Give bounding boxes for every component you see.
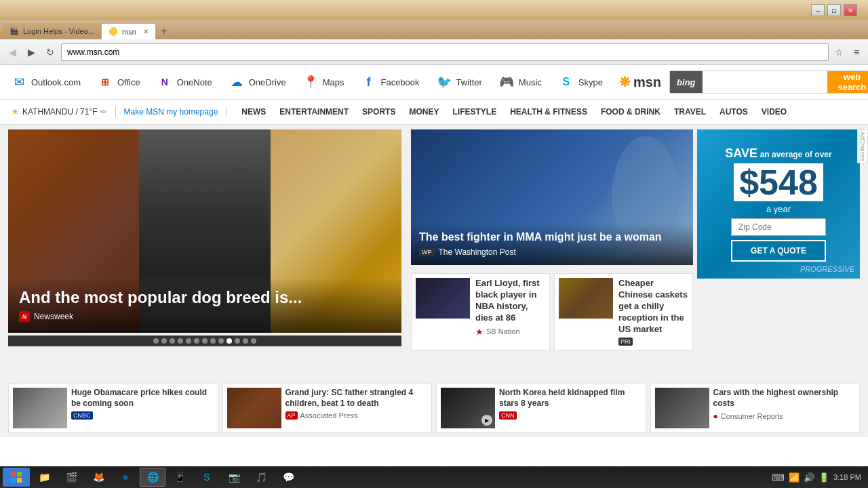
- consumer-reports-label: Consumer Reports: [721, 412, 783, 420]
- maximize-button[interactable]: □: [827, 4, 841, 16]
- dot-7[interactable]: [202, 338, 208, 344]
- refresh-button[interactable]: ↻: [42, 44, 58, 60]
- app-outlook[interactable]: ✉ Outlook.com: [11, 74, 81, 90]
- bookmark-icon[interactable]: ☆: [831, 45, 846, 60]
- minimize-button[interactable]: –: [811, 4, 825, 16]
- app-office[interactable]: ⊞ Office: [97, 74, 140, 90]
- volume-icon[interactable]: 🔊: [804, 472, 814, 483]
- app-onenote[interactable]: N OneNote: [157, 74, 212, 90]
- taskbar-ie[interactable]: e: [113, 468, 138, 487]
- sb-nation-label: SB Nation: [486, 327, 520, 336]
- pri-icon: PRI: [618, 338, 633, 346]
- hero-source: N Newsweek: [19, 311, 391, 322]
- article-sc-father-content: Grand jury: SC father strangled 4 childr…: [285, 388, 428, 428]
- browser-menu-icon[interactable]: ≡: [849, 45, 864, 60]
- msn-logo: ❋ msn: [619, 74, 661, 90]
- edit-location-icon[interactable]: ✏: [100, 107, 107, 117]
- app-onedrive[interactable]: ☁ OneDrive: [229, 74, 286, 90]
- dot-13[interactable]: [251, 338, 256, 344]
- address-bar[interactable]: [61, 43, 829, 61]
- nav-food[interactable]: FOOD & DRINK: [594, 99, 667, 125]
- nav-news[interactable]: NEWS: [235, 99, 273, 125]
- ad-progressive[interactable]: SAVE an average of over $548 a year GET …: [697, 129, 860, 279]
- maps-label: Maps: [323, 77, 344, 87]
- zip-code-input[interactable]: [731, 218, 826, 236]
- tab-msn[interactable]: 🟡 msn ✕: [101, 23, 156, 39]
- dot-8[interactable]: [210, 338, 216, 344]
- nav-lifestyle[interactable]: LIFESTYLE: [446, 99, 503, 125]
- search-input[interactable]: [703, 71, 827, 93]
- new-tab-button[interactable]: +: [156, 23, 172, 39]
- tab-close-icon[interactable]: ✕: [143, 28, 149, 35]
- app-music[interactable]: 🎮 Music: [498, 74, 542, 90]
- hero-image[interactable]: And the most popular dog breed is... N N…: [8, 129, 401, 333]
- dot-12[interactable]: [243, 338, 248, 344]
- taskbar-file-explorer[interactable]: 📁: [31, 468, 57, 487]
- taskbar-skype[interactable]: S: [194, 468, 220, 487]
- cnbc-icon: CNBC: [71, 411, 93, 420]
- keyboard-icon[interactable]: ⌨: [772, 472, 785, 483]
- nav-links: NEWS ENTERTAINMENT SPORTS MONEY LIFESTYL…: [235, 99, 793, 125]
- chat-icon: 💬: [281, 470, 295, 484]
- battery-icon[interactable]: 🔋: [818, 472, 829, 483]
- windows-logo-icon: [11, 472, 22, 483]
- taskbar-video[interactable]: 🎬: [58, 468, 84, 487]
- article-sc-father-source: AP Associated Press: [285, 411, 428, 420]
- article-earl-lloyd[interactable]: Earl Lloyd, first black player in NBA hi…: [411, 273, 550, 350]
- dot-2[interactable]: [161, 338, 167, 344]
- get-quote-button[interactable]: GET A QUOTE: [731, 240, 826, 262]
- featured-article-mma[interactable]: The best fighter in MMA might just be a …: [411, 129, 693, 265]
- start-button[interactable]: [3, 468, 30, 487]
- taskbar-chrome[interactable]: 🌐: [140, 468, 165, 487]
- dot-11[interactable]: [235, 338, 240, 344]
- network-icon[interactable]: 📶: [789, 472, 800, 483]
- nav-money[interactable]: MONEY: [402, 99, 446, 125]
- nav-video[interactable]: VIDEO: [755, 99, 793, 125]
- msn-logo-icon: ❋: [619, 74, 631, 90]
- app-maps[interactable]: 📍 Maps: [302, 74, 344, 90]
- taskbar-firefox[interactable]: 🦊: [85, 468, 111, 487]
- dot-1[interactable]: [153, 338, 159, 344]
- article-earl-lloyd-title: Earl Lloyd, first black player in NBA hi…: [475, 278, 545, 324]
- hero-section: And the most popular dog breed is... N N…: [8, 129, 401, 379]
- nav-entertainment[interactable]: ENTERTAINMENT: [273, 99, 355, 125]
- skype-label: Skype: [578, 77, 603, 87]
- make-homepage-link[interactable]: Make MSN my homepage: [124, 107, 227, 117]
- tab-login-helps[interactable]: 🎬 Login Helps - Video...: [3, 23, 101, 39]
- app-skype[interactable]: S Skype: [558, 74, 603, 90]
- onedrive-label: OneDrive: [249, 77, 286, 87]
- tab-favicon-login: 🎬: [9, 26, 19, 36]
- dot-4[interactable]: [178, 338, 183, 344]
- app-facebook[interactable]: f Facebook: [360, 74, 419, 90]
- nav-travel[interactable]: TRAVEL: [667, 99, 713, 125]
- dot-10[interactable]: [226, 338, 232, 344]
- article-cars[interactable]: Cars with the highest ownership costs ● …: [650, 383, 861, 433]
- article-caskets[interactable]: Cheaper Chinese caskets get a chilly rec…: [554, 273, 693, 350]
- back-button[interactable]: ◀: [4, 44, 20, 60]
- taskbar-photos[interactable]: 📷: [221, 468, 247, 487]
- location-text: KATHMANDU / 71°F: [22, 107, 98, 117]
- taskbar-bubbles[interactable]: 💬: [275, 468, 301, 487]
- search-button[interactable]: web search: [827, 71, 868, 93]
- dot-6[interactable]: [194, 338, 199, 344]
- forward-button[interactable]: ▶: [23, 44, 39, 60]
- nav-autos[interactable]: AUTOS: [713, 99, 755, 125]
- dot-9[interactable]: [218, 338, 224, 344]
- system-time: 3:18 PM: [833, 473, 861, 481]
- app-twitter[interactable]: 🐦 Twitter: [436, 74, 482, 90]
- title-bar: – □ ✕: [0, 0, 868, 20]
- taskbar-viber[interactable]: 📱: [167, 468, 193, 487]
- nav-health[interactable]: HEALTH & FITNESS: [503, 99, 594, 125]
- nav-sports[interactable]: SPORTS: [355, 99, 402, 125]
- dot-5[interactable]: [186, 338, 191, 344]
- article-sc-father[interactable]: Grand jury: SC father strangled 4 childr…: [222, 383, 433, 433]
- app-icons-bar: ✉ Outlook.com ⊞ Office N OneNote ☁ OneDr…: [0, 65, 868, 100]
- article-north-korea[interactable]: ▶ North Korea held kidnapped film stars …: [436, 383, 646, 433]
- svg-rect-2: [11, 478, 16, 483]
- article-obamacare[interactable]: Huge Obamacare price hikes could be comi…: [8, 383, 218, 433]
- dot-3[interactable]: [170, 338, 175, 344]
- featured-source-label: The Washington Post: [439, 247, 516, 257]
- taskbar-media[interactable]: 🎵: [248, 468, 274, 487]
- close-button[interactable]: ✕: [844, 4, 857, 16]
- article-north-korea-content: North Korea held kidnapped film stars 8 …: [499, 388, 642, 428]
